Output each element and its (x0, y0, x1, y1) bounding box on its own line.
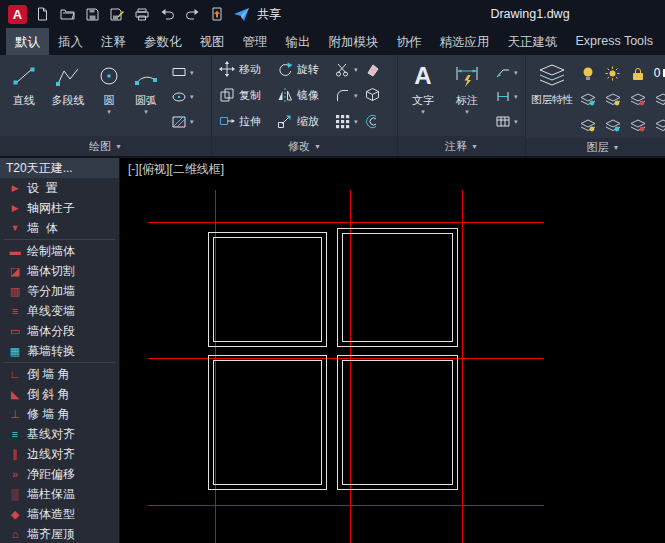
palette-group-grid-column[interactable]: ▶ 轴网柱子 (0, 198, 119, 218)
palette-item-draw-wall[interactable]: ▬ 绘制墙体 (0, 241, 119, 261)
panel-label-draw[interactable]: 绘图▼ (0, 136, 211, 156)
layer-tool-button[interactable] (655, 93, 665, 106)
tab-express-tools[interactable]: Express Tools (567, 28, 663, 55)
text-dropdown-icon[interactable]: ▾ (421, 108, 425, 115)
dimension-dropdown-icon[interactable]: ▾ (465, 108, 469, 115)
tab-annotate[interactable]: 注释 (92, 28, 135, 55)
tab-collaborate[interactable]: 协作 (388, 28, 431, 55)
layer-tool-button[interactable] (655, 119, 665, 132)
layer-tool-button[interactable] (630, 93, 646, 106)
tab-tarch[interactable]: 天正建筑 (499, 28, 567, 55)
palette-item-wall-corner[interactable]: ∟ 倒 墙 角 (0, 364, 119, 384)
panel-label-annotate[interactable]: 注释▼ (398, 136, 525, 156)
rotate-icon (277, 61, 293, 77)
offset-button[interactable] (363, 109, 387, 133)
stretch-button[interactable]: 拉伸 (217, 109, 275, 133)
bulb-icon (581, 66, 595, 81)
text-button[interactable]: A 文字 ▾ (403, 58, 443, 136)
drawing-svg[interactable] (120, 158, 665, 543)
share-label[interactable]: 共享 (257, 6, 281, 23)
rectangle-button[interactable]: ▾ (171, 63, 194, 81)
new-file-button[interactable] (32, 4, 52, 24)
palette-item-wall-segment[interactable]: ▭ 墙体分段 (0, 321, 119, 341)
palette-title[interactable]: T20天正建... (0, 158, 119, 178)
palette-item-baseline-align[interactable]: ≡ 基线对齐 (0, 424, 119, 444)
tab-default[interactable]: 默认 (6, 28, 49, 55)
palette-item-line-to-wall[interactable]: ≡ 单线变墙 (0, 301, 119, 321)
layer-on-button[interactable] (581, 66, 595, 81)
layer-tool-button[interactable] (580, 93, 596, 106)
share-button[interactable] (232, 4, 252, 24)
polyline-button[interactable]: 多段线 (45, 58, 91, 136)
palette-item-edge-align[interactable]: ∥ 边线对齐 (0, 444, 119, 464)
panel-label-modify[interactable]: 修改▼ (212, 136, 397, 156)
tab-parametric[interactable]: 参数化 (135, 28, 191, 55)
layer-properties-button[interactable]: 图层特性 (531, 58, 573, 138)
layer-tool-button[interactable] (630, 119, 646, 132)
dimension-style-button[interactable]: ▾ (495, 88, 518, 106)
ellipse-button[interactable]: ▾ (171, 88, 194, 106)
tab-output[interactable]: 输出 (277, 28, 320, 55)
fillet-button[interactable]: ▾ (333, 83, 363, 107)
panel-label-layers[interactable]: 图层▼ (526, 138, 665, 156)
copy-button[interactable]: 复制 (217, 83, 275, 107)
palette-item-curtain-wall-convert[interactable]: ▦ 幕墙转换 (0, 341, 119, 361)
open-button[interactable] (57, 4, 77, 24)
palette-item-fix-wall-corner[interactable]: ⊥ 修 墙 角 (0, 404, 119, 424)
clear-offset-icon: » (8, 468, 22, 480)
layer-lock-button[interactable] (631, 66, 645, 81)
plot-button[interactable] (132, 4, 152, 24)
save-button[interactable] (82, 4, 102, 24)
palette-item-wall-insulation[interactable]: ▒ 墙柱保温 (0, 484, 119, 504)
array-button[interactable]: ▾ (333, 109, 363, 133)
erase-button[interactable] (363, 57, 387, 81)
dimension-button[interactable]: 标注 ▾ (445, 58, 489, 136)
line-to-wall-icon: ≡ (8, 305, 22, 317)
tab-addins[interactable]: 附加模块 (320, 28, 388, 55)
arc-button[interactable]: 圆弧 ▾ (127, 58, 165, 136)
drawing-canvas[interactable]: [-][俯视][二维线框] (120, 158, 665, 543)
arc-dropdown-icon[interactable]: ▾ (144, 108, 148, 115)
tab-manage[interactable]: 管理 (234, 28, 277, 55)
palette-item-wall-cut[interactable]: ◪ 墙体切割 (0, 261, 119, 281)
tab-featured-apps[interactable]: 精选应用 (431, 28, 499, 55)
save-as-button[interactable] (107, 4, 127, 24)
palette-group-settings[interactable]: ▶ 设 置 (0, 178, 119, 198)
circle-button[interactable]: 圆 ▾ (93, 58, 125, 136)
layer-tool-button[interactable] (605, 93, 621, 106)
tab-insert[interactable]: 插入 (49, 28, 92, 55)
viewport-controls-label[interactable]: [-][俯视][二维线框] (128, 161, 224, 178)
mirror-button[interactable]: 镜像 (275, 83, 333, 107)
autocad-logo[interactable]: A (8, 5, 27, 24)
palette-item-equal-divide-wall[interactable]: ▥ 等分加墙 (0, 281, 119, 301)
move-button[interactable]: 移动 (217, 57, 275, 81)
tab-view[interactable]: 视图 (191, 28, 234, 55)
circle-dropdown-icon[interactable]: ▾ (107, 108, 111, 115)
palette-item-wall-shape[interactable]: ◆ 墙体造型 (0, 504, 119, 524)
line-button[interactable]: 直线 (5, 58, 43, 136)
leader-button[interactable]: ▾ (495, 63, 518, 81)
explode-button[interactable] (363, 83, 387, 107)
palette-group-wall[interactable]: ▼ 墙 体 (0, 218, 119, 238)
table-button[interactable]: ▾ (495, 113, 518, 131)
hatch-button[interactable]: ▾ (171, 113, 194, 131)
redo-button[interactable] (182, 4, 202, 24)
rotate-button[interactable]: 旋转 (275, 57, 333, 81)
palette-item-wall-to-roof[interactable]: ⌂ 墙齐屋顶 (0, 524, 119, 543)
sun-icon (605, 66, 620, 81)
dwf-upload-button[interactable] (207, 4, 227, 24)
save-as-icon (110, 8, 124, 21)
open-folder-icon (60, 8, 75, 20)
palette-item-clear-offset[interactable]: » 净距偏移 (0, 464, 119, 484)
scale-button[interactable]: 缩放 (275, 109, 333, 133)
lock-icon (631, 66, 645, 81)
undo-button[interactable] (157, 4, 177, 24)
fix-wall-corner-icon: ⊥ (8, 408, 22, 421)
layer-thaw-button[interactable] (605, 66, 620, 81)
wall-inner-rect (342, 233, 452, 341)
layer-select[interactable]: 0 (654, 64, 665, 82)
layer-tool-button[interactable] (580, 119, 596, 132)
palette-item-wall-chamfer[interactable]: ◣ 倒 斜 角 (0, 384, 119, 404)
trim-button[interactable]: ▾ (333, 57, 363, 81)
layer-tool-button[interactable] (605, 119, 621, 132)
